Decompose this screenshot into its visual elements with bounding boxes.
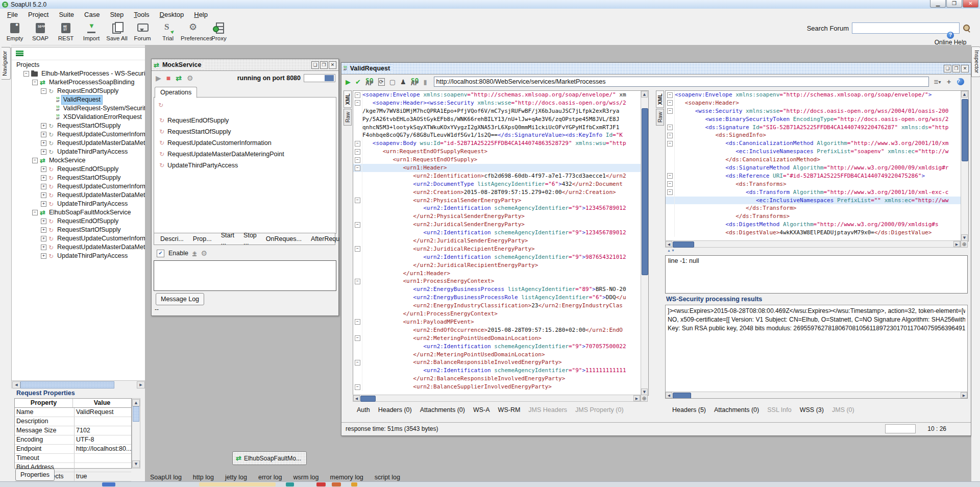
tree-row[interactable]: SOAPValidRequest [12, 95, 145, 104]
resubmit-request-icon[interactable]: ✔ [355, 78, 361, 86]
scroll-right-icon[interactable]: ▶ [953, 241, 960, 247]
show-wsdl-icon[interactable]: ⇄ [176, 74, 182, 82]
toolbar-proxy-button[interactable]: Proxy [206, 20, 232, 45]
menu-suite[interactable]: Suite [54, 10, 79, 19]
scroll-thumb[interactable] [962, 99, 968, 161]
request-xml-editor[interactable]: −<soapenv:Envelope xmlns:soapenv="http:/… [353, 90, 649, 396]
tree-row[interactable]: −Elhub-MarketProcesses - WS-Security [12, 69, 145, 78]
windows-taskbar[interactable] [0, 481, 980, 487]
request-vertical-scrollbar[interactable]: ▲ ▼ [641, 91, 648, 395]
tree-row[interactable]: +↻UpdateThirdPartyAccess [12, 252, 145, 260]
frame-restore-icon[interactable]: ❏ [944, 65, 951, 72]
tree-row[interactable]: −⇄MockService [12, 156, 145, 165]
cancel-request-icon[interactable]: ▢ [389, 78, 396, 86]
close-button[interactable]: ✕ [963, 0, 978, 8]
tree-row[interactable]: +↻RequestUpdateMasterDataMeter... [12, 191, 145, 200]
menu-desktop[interactable]: Desktop [155, 10, 189, 19]
tab-headers-0-[interactable]: Headers (0) [378, 406, 412, 413]
tree-item-label[interactable]: UpdateThirdPartyAccess [56, 200, 129, 208]
scroll-up-icon[interactable]: ▲ [641, 91, 648, 98]
mock-operation-row[interactable]: ↻RequestEndOfSupply [154, 115, 336, 126]
expand-icon[interactable]: + [41, 132, 46, 137]
tree-item-label[interactable]: RequestUpdateMasterDataMeter... [56, 243, 146, 252]
property-value-cell[interactable]: ValidRequest [75, 408, 131, 417]
tree-row[interactable]: +↻RequestStartOfSupply [12, 121, 145, 130]
property-value-cell[interactable]: http://localhost:80... [75, 445, 131, 453]
scroll-thumb[interactable] [673, 393, 691, 399]
table-row[interactable]: NameValidRequest [15, 408, 131, 417]
tree-item-label[interactable]: RequestStartOfSupply [56, 174, 122, 182]
script-settings-icon[interactable]: ⚙ [201, 249, 207, 257]
fold-collapse-icon[interactable]: − [355, 141, 360, 147]
fold-collapse-icon[interactable]: − [667, 100, 673, 106]
property-value-cell[interactable]: 7102 [75, 426, 131, 435]
fold-collapse-icon[interactable]: − [667, 108, 673, 114]
taskbar-icon[interactable] [316, 482, 326, 486]
toolbar-forum-button[interactable]: Forum [130, 20, 155, 45]
tree-options-icon[interactable] [16, 51, 23, 56]
tree-item-label[interactable]: RequestEndOfSupply [56, 87, 120, 95]
scroll-right-icon[interactable]: ▶ [961, 392, 967, 398]
help-icon[interactable]: ? [947, 32, 954, 39]
soap-icon[interactable]: SOAP [365, 79, 374, 85]
fold-collapse-icon[interactable]: − [355, 100, 360, 106]
validrequest-titlebar[interactable]: SOAP ValidRequest ❏ ❐ ✕ [341, 63, 971, 75]
scroll-up-icon[interactable]: ▲ [961, 91, 968, 98]
fold-collapse-icon[interactable]: − [667, 173, 673, 179]
tree-row[interactable]: +↻UpdateThirdPartyAccess [12, 200, 145, 208]
validation-error-box[interactable]: line -1: null [665, 255, 968, 294]
log-tab-http[interactable]: http log [193, 474, 214, 481]
tree-item-label[interactable]: Elhub-MarketProcesses - WS-Security [40, 69, 146, 78]
tree-row[interactable]: +↻RequestUpdateCustomerInform... [12, 130, 145, 139]
tree-row[interactable]: +↻RequestUpdateCustomerInform... [12, 234, 145, 243]
properties-bottom-tab[interactable]: Properties [15, 469, 55, 481]
menu-case[interactable]: Case [79, 10, 105, 19]
fold-collapse-icon[interactable]: − [355, 335, 360, 341]
scroll-left-icon[interactable]: ◀ [353, 395, 360, 401]
expand-icon[interactable]: + [41, 184, 46, 189]
expand-icon[interactable]: + [41, 218, 46, 224]
tree-item-label[interactable]: RequestUpdateCustomerInform... [56, 234, 146, 243]
tree-item-label[interactable]: UpdateThirdPartyAccess [56, 148, 129, 156]
expand-icon[interactable]: + [41, 236, 46, 241]
navigator-tab[interactable]: Navigator [2, 47, 11, 80]
collapse-icon[interactable]: − [32, 80, 38, 85]
scroll-thumb[interactable] [673, 241, 694, 248]
scroll-up-icon[interactable]: ▲ [132, 399, 140, 406]
taskbar-icon[interactable] [351, 482, 357, 486]
fold-collapse-icon[interactable]: − [355, 360, 360, 366]
mock-options-icon[interactable]: ⚙ [187, 74, 193, 82]
property-value-cell[interactable] [75, 417, 131, 426]
expand-icon[interactable]: + [41, 175, 46, 181]
tree-row[interactable]: +↻UpdateThirdPartyAccess [12, 148, 145, 156]
tree-item-label[interactable]: RequestUpdateCustomerInform... [56, 130, 146, 139]
tree-item-label[interactable]: RequestEndOfSupply [56, 217, 120, 226]
menu-project[interactable]: Project [23, 10, 54, 19]
frame-close-icon[interactable]: ✕ [961, 65, 969, 72]
expand-icon[interactable]: + [41, 149, 46, 155]
tab-raw[interactable]: Raw [344, 109, 352, 126]
scroll-right-icon[interactable]: ▶ [633, 395, 640, 401]
log-tab-wsrm[interactable]: wsrm log [293, 474, 319, 481]
expand-icon[interactable]: + [41, 123, 46, 129]
property-value-cell[interactable]: UTF-8 [75, 435, 131, 444]
log-tab-memory[interactable]: memory log [330, 474, 363, 481]
mock-detail-tab[interactable]: AfterRequ [311, 235, 339, 242]
fold-collapse-icon[interactable]: − [667, 92, 673, 98]
scroll-thumb[interactable] [642, 108, 648, 275]
table-row[interactable]: Message Size7102 [15, 426, 131, 435]
tree-row[interactable]: +↻RequestUpdateMasterDataMeter... [12, 139, 145, 148]
fold-collapse-icon[interactable]: − [355, 92, 360, 98]
tree-item-label[interactable]: UpdateThirdPartyAccess [56, 252, 129, 260]
tree-row[interactable]: +↻RequestUpdateCustomerInform... [12, 182, 145, 191]
response-xml-editor[interactable]: −<soapenv:Envelope xmlns:soapenv="http:/… [665, 90, 969, 241]
tree-row[interactable]: +↻RequestStartOfSupply [12, 226, 145, 234]
expand-icon[interactable]: + [41, 201, 46, 207]
tree-item-label[interactable]: XSDValidationErrorRequest [62, 113, 143, 121]
taskbar-icon[interactable] [286, 482, 294, 486]
fold-collapse-icon[interactable]: − [355, 246, 360, 252]
tab-auth[interactable]: Auth [357, 406, 370, 413]
tree-item-label[interactable]: MockService [47, 156, 87, 165]
minimized-mockservice-button[interactable]: ⇄ ElhubSoapFaultMo... [232, 451, 307, 465]
tree-row[interactable]: SOAPValidRequest-System/Securit [12, 104, 145, 113]
